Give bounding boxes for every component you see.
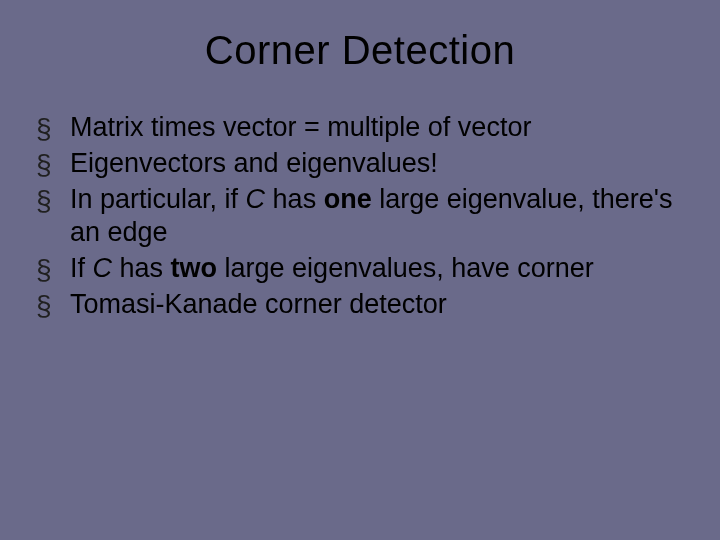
bullet-text-pre: If (70, 253, 93, 283)
bullet-item: Tomasi-Kanade corner detector (36, 288, 690, 322)
bullet-text: Eigenvectors and eigenvalues! (70, 148, 438, 178)
bullet-item: If C has two large eigenvalues, have cor… (36, 252, 690, 286)
bullet-text-italic: C (93, 253, 113, 283)
bullet-text: Matrix times vector = multiple of vector (70, 112, 531, 142)
slide-title: Corner Detection (30, 28, 690, 73)
bullet-item: Matrix times vector = multiple of vector (36, 111, 690, 145)
slide: Corner Detection Matrix times vector = m… (0, 0, 720, 540)
bullet-text-italic: C (246, 184, 266, 214)
bullet-text-pre: In particular, if (70, 184, 246, 214)
bullet-text: Tomasi-Kanade corner detector (70, 289, 447, 319)
bullet-item: In particular, if C has one large eigenv… (36, 183, 690, 251)
bullet-text-mid: has (265, 184, 324, 214)
bullet-text-mid: has (112, 253, 171, 283)
bullet-text-bold: two (171, 253, 218, 283)
bullet-text-bold: one (324, 184, 372, 214)
bullet-text-rest: large eigenvalues, have corner (217, 253, 594, 283)
bullet-item: Eigenvectors and eigenvalues! (36, 147, 690, 181)
bullet-list: Matrix times vector = multiple of vector… (30, 111, 690, 322)
